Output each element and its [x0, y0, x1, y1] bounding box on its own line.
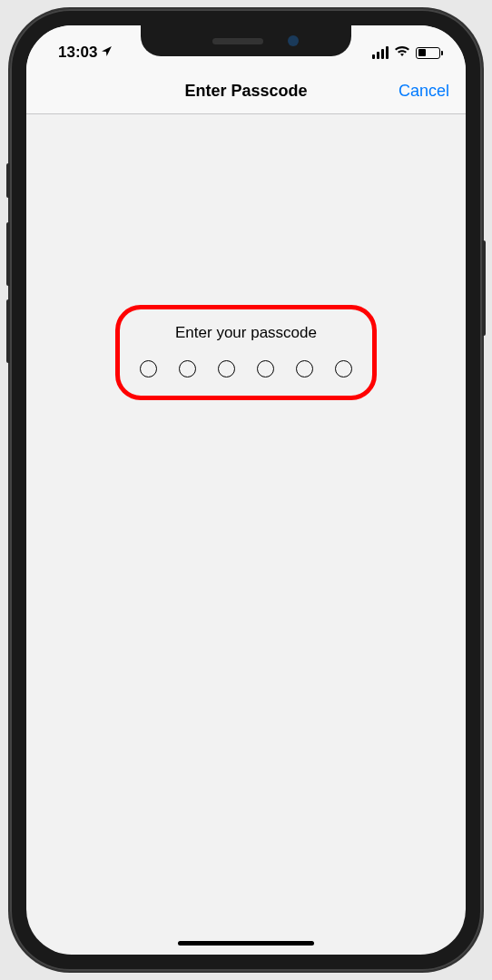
cancel-button[interactable]: Cancel — [399, 82, 449, 101]
passcode-dot — [179, 360, 196, 377]
battery-level — [418, 49, 427, 56]
battery-icon — [416, 47, 440, 59]
content-area: Enter your passcode — [26, 114, 466, 400]
home-indicator[interactable] — [178, 941, 314, 946]
notch — [141, 25, 351, 56]
phone-frame: 13:03 Ent — [10, 9, 482, 971]
status-right — [372, 44, 440, 61]
speaker — [212, 38, 263, 44]
location-arrow-icon — [101, 44, 113, 62]
passcode-highlight-annotation: Enter your passcode — [115, 305, 377, 400]
passcode-dot — [140, 360, 157, 377]
side-button — [482, 240, 486, 336]
page-title: Enter Passcode — [184, 82, 307, 101]
passcode-dot — [218, 360, 235, 377]
passcode-dot — [296, 360, 313, 377]
status-left: 13:03 — [58, 44, 113, 62]
passcode-input[interactable] — [140, 360, 352, 377]
passcode-dot — [257, 360, 274, 377]
wifi-icon — [394, 44, 410, 61]
volume-down-button — [6, 299, 10, 363]
cellular-signal-icon — [372, 46, 389, 59]
nav-bar: Enter Passcode Cancel — [26, 69, 466, 114]
front-camera — [288, 35, 299, 46]
status-time: 13:03 — [58, 44, 97, 62]
mute-switch — [6, 163, 10, 198]
passcode-prompt: Enter your passcode — [175, 324, 317, 342]
volume-up-button — [6, 222, 10, 286]
passcode-dot — [335, 360, 352, 377]
screen: 13:03 Ent — [26, 25, 466, 955]
